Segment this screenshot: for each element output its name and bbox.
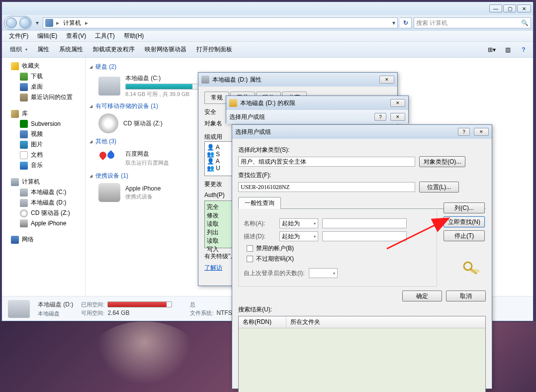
noexpire-password-checkbox[interactable] [247, 256, 253, 262]
search-input[interactable]: 搜索 计算机 🔍 [414, 17, 531, 28]
toolbar-map-network[interactable]: 映射网络驱动器 [140, 43, 191, 56]
close-button[interactable]: ✕ [390, 99, 405, 107]
preview-pane-button[interactable]: ▥ [501, 44, 514, 55]
name-condition-combo[interactable]: 起始为 [279, 218, 318, 228]
sidebar-libraries[interactable]: 库 [2, 108, 85, 119]
dialog-titlebar[interactable]: 本地磁盘 (D:) 的权限 ✕ [226, 96, 408, 110]
cancel-button[interactable]: 取消 [446, 291, 486, 301]
menu-bar: 文件(F) 编辑(E) 查看(V) 工具(T) 帮助(H) [2, 31, 533, 42]
ok-button[interactable]: 确定 [402, 291, 442, 301]
select-users-groups-dialog: 选择用户或组 ? ✕ 选择此对象类型(S): 用户、组或内置安全主体 对象类型(… [232, 124, 492, 389]
find-now-button[interactable]: 立即查找(N) [444, 216, 485, 227]
sidebar-music[interactable]: 音乐 [2, 160, 85, 171]
close-button[interactable]: ✕ [379, 76, 394, 84]
sidebar-cd-z[interactable]: CD 驱动器 (Z:) [2, 208, 85, 218]
sidebar-label: Apple iPhone [31, 220, 66, 227]
sidebar-favorites[interactable]: 收藏夹 [2, 61, 85, 71]
category-hdd[interactable]: 硬盘 (2) [89, 63, 529, 71]
toolbar-control-panel[interactable]: 打开控制面板 [191, 43, 237, 56]
disabled-accounts-label: 禁用的帐户(B) [256, 244, 294, 253]
dialog-titlebar[interactable]: 选择用户或组 ? ✕ [232, 125, 492, 139]
sidebar-iphone[interactable]: Apple iPhone [2, 218, 85, 228]
sidebar-computer[interactable]: 计算机 [2, 177, 85, 187]
disabled-accounts-checkbox[interactable] [247, 245, 253, 252]
close-button[interactable]: ✕ [390, 113, 405, 121]
dialog-subtitle: 选择用户或组 [229, 113, 371, 121]
menu-tools[interactable]: 工具(T) [91, 31, 118, 41]
item-sub: 双击运行百度网盘 [125, 159, 169, 167]
desc-condition-combo[interactable]: 起始为 [279, 231, 318, 241]
menu-view[interactable]: 查看(V) [62, 31, 90, 41]
column-name[interactable]: 名称(RDN) [239, 316, 286, 328]
toolbar-organize[interactable]: 组织 [5, 43, 32, 56]
sidebar-label: 下载 [31, 72, 43, 81]
selected-drive-name: 本地磁盘 (D:) [38, 300, 73, 309]
view-mode-button[interactable]: ⊞▾ [485, 44, 498, 55]
menu-file[interactable]: 文件(F) [5, 31, 32, 41]
documents-icon [20, 151, 28, 159]
minimize-button[interactable]: — [489, 4, 502, 12]
refresh-button[interactable]: ↻ [400, 17, 412, 28]
nav-history-dropdown[interactable]: ▾ [34, 18, 41, 28]
sidebar-pictures[interactable]: 图片 [2, 139, 85, 150]
toolbar-system-properties[interactable]: 系统属性 [54, 43, 88, 56]
stop-button[interactable]: 停止(T) [444, 230, 485, 241]
back-button[interactable] [6, 17, 17, 28]
video-icon [20, 130, 28, 138]
sidebar-subversion[interactable]: Subversion [2, 119, 85, 129]
close-button[interactable]: ✕ [517, 4, 531, 12]
maximize-button[interactable]: ▢ [503, 4, 516, 12]
results-label: 搜索结果(U): [238, 305, 486, 314]
help-button[interactable]: ? [517, 44, 530, 55]
pictures-icon [20, 141, 28, 149]
item-sub: 便携式设备 [125, 193, 161, 200]
cd-icon [98, 113, 118, 133]
days-since-logon-label: 自上次登录后的天数(I): [244, 269, 305, 278]
breadcrumb-segment-computer[interactable]: 计算机 [60, 18, 84, 28]
locations-button[interactable]: 位置(L)... [419, 182, 459, 193]
close-button[interactable]: ✕ [474, 128, 489, 136]
columns-button[interactable]: 列(C)... [444, 202, 485, 213]
chevron-right-icon[interactable]: ▸ [56, 19, 59, 26]
desc-input[interactable] [322, 231, 407, 241]
menu-help[interactable]: 帮助(H) [120, 31, 148, 41]
chevron-right-icon[interactable]: ▸ [85, 19, 88, 26]
drive-free-text: 8.14 GB 可用 , 共 39.9 GB [125, 91, 210, 98]
results-table[interactable]: 名称(RDN) 所在文件夹 [238, 316, 486, 392]
menu-edit[interactable]: 编辑(E) [33, 31, 61, 41]
forward-button[interactable] [19, 17, 30, 28]
sidebar-label: 计算机 [22, 178, 40, 186]
object-types-button[interactable]: 对象类型(O)... [419, 156, 465, 167]
dialog-titlebar[interactable]: 本地磁盘 (D:) 属性 ✕ [198, 73, 397, 87]
sidebar-desktop[interactable]: 桌面 [2, 82, 85, 92]
sidebar-local-c[interactable]: 本地磁盘 (C:) [2, 187, 85, 197]
days-combo[interactable] [309, 268, 338, 278]
help-button[interactable]: ? [458, 128, 470, 136]
breadcrumb[interactable]: ▸ 计算机 ▸ ▾ [43, 17, 398, 28]
baidu-icon [98, 149, 120, 168]
name-input[interactable] [322, 218, 407, 228]
tab-common-query[interactable]: 一般性查询 [238, 197, 281, 209]
sidebar-video[interactable]: 视频 [2, 129, 85, 139]
computer-icon [11, 178, 19, 186]
sidebar-recent[interactable]: 最近访问的位置 [2, 92, 85, 102]
sidebar-label: 文档 [31, 151, 43, 159]
sidebar-local-d[interactable]: 本地磁盘 (D:) [2, 197, 85, 208]
sidebar-documents[interactable]: 文档 [2, 150, 85, 160]
permissions-dialog: 本地磁盘 (D:) 的权限 ✕ 选择用户或组 ? ✕ [226, 96, 409, 123]
drive-icon [98, 77, 120, 96]
toolbar-uninstall[interactable]: 卸载或更改程序 [88, 43, 140, 56]
search-placeholder: 搜索 计算机 [416, 19, 447, 27]
toolbar-properties[interactable]: 属性 [32, 43, 54, 56]
breadcrumb-dropdown[interactable]: ▾ [392, 19, 395, 26]
sidebar-downloads[interactable]: 下载 [2, 71, 85, 82]
search-icon[interactable]: 🔍 [521, 19, 529, 26]
object-type-field: 用户、组或内置安全主体 [238, 157, 415, 167]
sidebar-network[interactable]: 网络 [2, 234, 85, 245]
help-button[interactable]: ? [374, 113, 386, 121]
column-folder[interactable]: 所在文件夹 [286, 316, 485, 328]
desc-label: 描述(D): [244, 232, 275, 241]
sidebar-label: 库 [22, 109, 28, 118]
avail-space-label: 可用空间: [81, 309, 104, 317]
nav-back-forward [4, 16, 32, 30]
